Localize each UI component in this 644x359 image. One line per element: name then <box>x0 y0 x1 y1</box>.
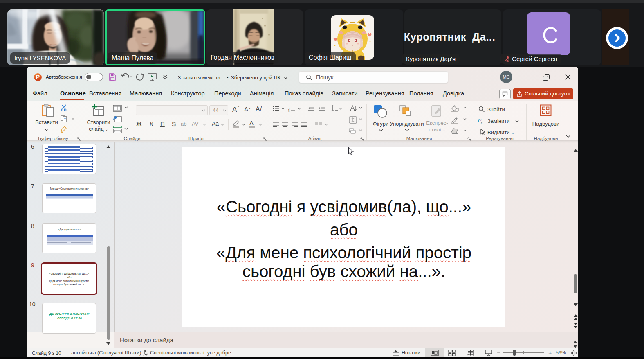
svg-text:c: c <box>481 121 482 124</box>
svg-text:3: 3 <box>288 110 290 112</box>
